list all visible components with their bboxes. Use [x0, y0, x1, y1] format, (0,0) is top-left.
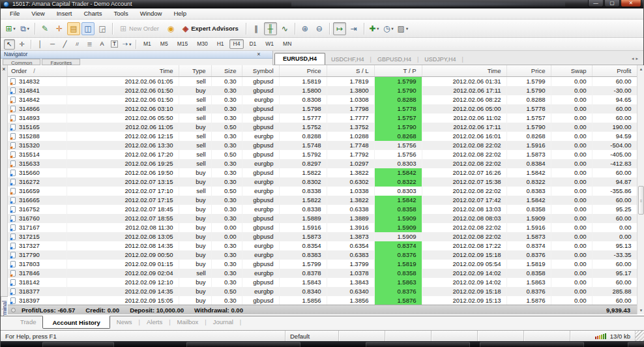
history-row[interactable]: 3183772012.02.09 14:35buy0.50eurgbp0.834…: [8, 287, 637, 296]
menu-window[interactable]: Window: [134, 8, 168, 19]
column-header-close-time[interactable]: Time: [422, 65, 506, 76]
timeframe-d1[interactable]: D1: [245, 39, 260, 49]
timeframe-w1[interactable]: W1: [261, 39, 278, 49]
menu-tools[interactable]: Tools: [108, 8, 134, 19]
fibonacci-button[interactable]: ≣: [84, 39, 95, 50]
taskbar-button[interactable]: [480, 342, 584, 347]
history-row[interactable]: 3172152012.02.08 13:05buy0.00gbpusd1.587…: [8, 232, 637, 241]
column-header-profit[interactable]: Profit: [592, 65, 637, 76]
column-header-size[interactable]: Size: [211, 65, 242, 76]
tab-scroll-arrows[interactable]: ◂▸: [632, 56, 640, 61]
chart-shift-button[interactable]: ⇥: [347, 22, 360, 35]
history-row[interactable]: 3162722012.02.07 13:15buy0.30eurgbp0.830…: [8, 177, 637, 187]
tab-journal[interactable]: Journal: [207, 316, 240, 327]
timeframe-m1[interactable]: M1: [139, 39, 155, 49]
text-button[interactable]: A: [96, 39, 108, 50]
trendline-button[interactable]: ╱: [59, 39, 70, 50]
periods-button[interactable]: ◷▾: [382, 22, 395, 35]
menu-file[interactable]: File: [4, 8, 25, 19]
arrows-button[interactable]: ⇢▾: [121, 39, 132, 50]
cursor-button[interactable]: ↖: [4, 39, 15, 50]
history-row[interactable]: 3178032012.02.09 01:15buy0.30gbpusd1.579…: [8, 260, 637, 269]
scroll-down-icon[interactable]: ▼: [637, 309, 644, 312]
column-header-order[interactable]: Order/: [8, 65, 66, 76]
history-row[interactable]: 3151652012.02.06 11:05buy0.50gbpusd1.575…: [8, 123, 637, 132]
navigator-tab-favorites[interactable]: Favorites: [42, 59, 80, 65]
taskbar-button[interactable]: [628, 342, 644, 347]
minimize-button[interactable]: —: [588, 0, 604, 7]
data-window-button[interactable]: ✛: [53, 22, 66, 35]
indicators-button[interactable]: ✚▾: [368, 22, 381, 35]
navigator-tab-common[interactable]: Common: [3, 59, 40, 65]
history-row[interactable]: 3166652012.02.07 17:15buy0.30gbpusd1.582…: [8, 196, 637, 205]
column-header-tp[interactable]: T / P: [374, 65, 422, 76]
zoom-out-button[interactable]: ⊖: [313, 22, 326, 35]
tab-alerts[interactable]: Alerts: [140, 316, 169, 327]
history-row[interactable]: 3167602012.02.07 18:55buy0.30gbpusd1.588…: [8, 214, 637, 223]
timeframe-h1[interactable]: H1: [213, 39, 228, 49]
terminal-close-icon[interactable]: ×: [1, 66, 7, 72]
new-chart-button[interactable]: ⊞▾: [4, 22, 17, 35]
timeframe-m15[interactable]: M15: [173, 39, 192, 49]
history-row[interactable]: 3148412012.02.06 01:50buy0.30gbpusd1.580…: [8, 86, 637, 95]
expert-advisors-button[interactable]: ◈Expert Advisors: [179, 22, 242, 35]
column-header-close-price[interactable]: Price: [506, 65, 551, 76]
column-header-swap[interactable]: Swap: [551, 65, 592, 76]
history-row[interactable]: 3155142012.02.06 17:20sell0.50gbpusd1.57…: [8, 150, 637, 159]
history-row[interactable]: 3148322012.02.06 01:05sell0.30gbpusd1.58…: [8, 76, 637, 86]
taskbar-button[interactable]: [42, 342, 114, 347]
tab-trade[interactable]: Trade: [14, 316, 42, 327]
line-chart-button[interactable]: ∿: [278, 22, 291, 35]
autotrading-button[interactable]: ◉: [164, 22, 177, 35]
history-row[interactable]: 3183972012.02.09 15:05buy0.30gbpusd1.585…: [8, 296, 637, 305]
timeframe-m30[interactable]: M30: [193, 39, 212, 49]
history-row[interactable]: 3171672012.02.08 11:30buy0.00gbpusd1.591…: [8, 223, 637, 232]
history-row[interactable]: 3153202012.02.06 13:30sell0.30gbpusd1.57…: [8, 141, 637, 150]
timeframe-m5[interactable]: M5: [156, 39, 172, 49]
history-row[interactable]: 3152882012.02.06 12:15sell0.30eurgbp0.82…: [8, 132, 637, 141]
zoom-in-button[interactable]: ⊕: [299, 22, 312, 35]
taskbar-button[interactable]: [366, 342, 470, 347]
timeframe-h4[interactable]: H4: [229, 39, 244, 49]
tab-news[interactable]: News: [110, 316, 139, 327]
column-header-open-time[interactable]: Time: [66, 65, 179, 76]
column-header-type[interactable]: Type: [179, 65, 211, 76]
menu-charts[interactable]: Charts: [78, 8, 108, 19]
navigator-button[interactable]: ▤: [67, 22, 80, 35]
history-row[interactable]: 3156332012.02.06 19:25sell0.30eurgbp0.82…: [8, 159, 637, 168]
status-profile[interactable]: Default: [285, 331, 339, 341]
chart-tab-gbpusd[interactable]: GBPUSD,H4: [372, 55, 417, 65]
terminal-button[interactable]: ◫: [81, 22, 95, 35]
chart-tab-usdjpy[interactable]: USDJPY,H4: [418, 55, 461, 65]
horizontal-line-button[interactable]: ─: [47, 39, 58, 50]
chart-tab-eurusd[interactable]: EURUSD,H4: [274, 53, 325, 65]
navigator-close-icon[interactable]: ×: [256, 51, 262, 57]
strategy-tester-button[interactable]: ◲: [96, 22, 109, 35]
candlestick-button[interactable]: ╫: [264, 22, 277, 35]
vertical-line-button[interactable]: │: [35, 39, 46, 50]
channel-button[interactable]: //: [72, 39, 83, 50]
history-row[interactable]: 3167522012.02.07 18:45buy0.30eurgbp0.833…: [8, 205, 637, 214]
crosshair-button[interactable]: ✛: [16, 39, 27, 50]
maximize-button[interactable]: ▢: [604, 0, 620, 7]
text-label-button[interactable]: T: [109, 39, 120, 50]
scroll-up-icon[interactable]: ▲: [637, 67, 644, 71]
column-header-open-price[interactable]: Price: [279, 65, 327, 76]
history-row[interactable]: 3177902012.02.09 00:50buy0.30eurgbp0.838…: [8, 250, 637, 260]
column-header-sl[interactable]: S / L: [327, 65, 374, 76]
history-row[interactable]: 3181422012.02.09 12:10buy0.30gbpusd1.584…: [8, 278, 637, 287]
history-row[interactable]: 3148932012.02.06 05:50sell0.30gbpusd1.57…: [8, 113, 637, 123]
timeframe-mn[interactable]: MN: [279, 39, 295, 49]
chart-tab-usdchf[interactable]: USDCHF,H4: [325, 55, 370, 65]
menu-view[interactable]: View: [25, 8, 50, 19]
resize-grip[interactable]: [636, 331, 644, 341]
close-button[interactable]: ✕: [621, 0, 641, 7]
new-order-button[interactable]: ⊞New Order: [116, 22, 163, 35]
bar-chart-button[interactable]: ∥: [250, 22, 263, 35]
history-row[interactable]: 3156602012.02.06 19:50buy0.30gbpusd1.582…: [8, 168, 637, 177]
history-row[interactable]: 3173272012.02.08 14:35buy0.30eurgbp0.835…: [8, 241, 637, 250]
column-header-symbol[interactable]: Symbol: [242, 65, 279, 76]
menu-help[interactable]: Help: [168, 8, 192, 19]
taskbar-button[interactable]: [186, 342, 300, 347]
history-row[interactable]: 3166592012.02.07 17:10sell0.50eurgbp0.83…: [8, 187, 637, 196]
